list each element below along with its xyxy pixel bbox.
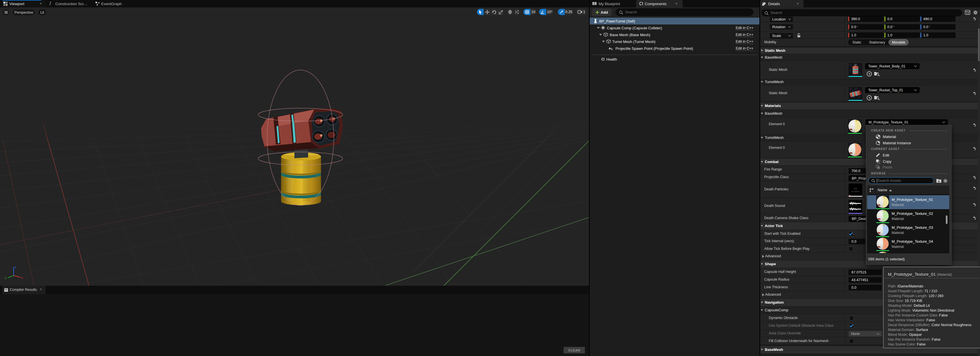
svg-text:x: x xyxy=(21,276,23,280)
svg-text:z: z xyxy=(14,266,16,269)
svg-text:x: x xyxy=(879,144,880,146)
svg-text:NO MESH: NO MESH xyxy=(851,191,859,192)
svg-text:y: y xyxy=(5,276,6,280)
svg-text:[+]: [+] xyxy=(854,187,857,190)
